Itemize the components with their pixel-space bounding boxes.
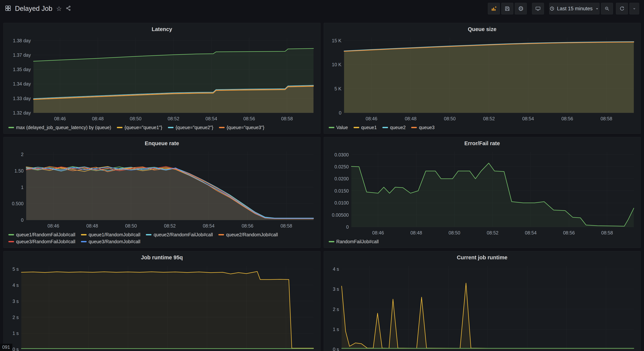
svg-text:0.0150: 0.0150 xyxy=(334,188,348,193)
star-icon[interactable]: ☆ xyxy=(56,6,62,12)
panel-job-runtime-95q: Job runtime 95q 0 s1 s2 s3 s4 s5 s08:460… xyxy=(3,251,320,351)
refresh-icon xyxy=(619,6,625,12)
svg-text:0.0250: 0.0250 xyxy=(334,164,348,169)
svg-text:08:58: 08:58 xyxy=(601,230,613,235)
svg-text:0 s: 0 s xyxy=(12,347,19,351)
svg-text:08:52: 08:52 xyxy=(168,116,180,121)
svg-text:08:50: 08:50 xyxy=(444,116,456,121)
error-fail-rate-chart[interactable]: 00.005000.01000.01500.02000.02500.030008… xyxy=(327,148,638,238)
legend-label: queue3 xyxy=(419,125,434,130)
legend-label: {queue="queue3"} xyxy=(227,125,264,130)
panel-title-latency[interactable]: Latency xyxy=(6,25,317,34)
legend-item[interactable]: queue1/RandomJob#call xyxy=(81,232,140,237)
chevron-down-icon xyxy=(595,6,599,11)
legend-swatch xyxy=(146,234,152,235)
svg-text:08:46: 08:46 xyxy=(366,116,377,121)
gear-icon: ⚙ xyxy=(518,6,524,12)
svg-text:2: 2 xyxy=(21,152,24,157)
svg-text:4 s: 4 s xyxy=(333,266,339,272)
legend-item[interactable]: {queue="queue2"} xyxy=(168,125,213,130)
legend-item[interactable]: queue1/RandomFailJob#call xyxy=(8,232,75,237)
legend-item[interactable]: Value xyxy=(329,125,348,130)
svg-text:1.33 day: 1.33 day xyxy=(13,96,31,101)
legend-item[interactable]: queue3/RandomFailJob#call xyxy=(8,239,75,244)
dashboard-title[interactable]: Delayed Job xyxy=(15,5,52,13)
svg-text:08:56: 08:56 xyxy=(243,116,255,121)
svg-text:08:54: 08:54 xyxy=(203,223,215,228)
legend-item[interactable]: queue3 xyxy=(411,125,434,130)
current-job-runtime-chart[interactable]: 0 s1 s2 s3 s4 s08:4608:4808:5008:5208:54… xyxy=(327,262,638,351)
svg-text:5 K: 5 K xyxy=(334,86,342,91)
svg-text:0 s: 0 s xyxy=(333,347,339,351)
legend-item[interactable]: RandomFailJob#call xyxy=(329,239,379,244)
svg-text:1.37 day: 1.37 day xyxy=(13,52,31,58)
svg-text:08:56: 08:56 xyxy=(561,116,573,121)
panel-title-queue-size[interactable]: Queue size xyxy=(327,25,638,34)
svg-text:08:56: 08:56 xyxy=(563,230,575,235)
legend-item[interactable]: queue2 xyxy=(382,125,406,130)
enqueue-rate-legend: queue1/RandomFailJob#callqueue1/RandomJo… xyxy=(6,231,317,247)
svg-text:1.38 day: 1.38 day xyxy=(13,38,31,43)
svg-text:08:56: 08:56 xyxy=(242,223,253,228)
svg-text:1.34 day: 1.34 day xyxy=(13,81,31,87)
svg-text:08:48: 08:48 xyxy=(86,223,98,228)
dashboard-header: Delayed Job ☆ ⚙ xyxy=(0,0,644,17)
latency-chart[interactable]: 1.32 day1.33 day1.34 day1.35 day1.37 day… xyxy=(6,34,317,124)
legend-swatch xyxy=(168,127,174,128)
svg-text:08:52: 08:52 xyxy=(483,116,495,121)
dashboard-settings-button[interactable]: ⚙ xyxy=(515,3,527,15)
cycle-view-mode-button[interactable] xyxy=(532,3,544,15)
refresh-button[interactable] xyxy=(616,3,628,15)
svg-text:08:48: 08:48 xyxy=(405,116,416,121)
share-icon[interactable] xyxy=(66,6,71,12)
legend-label: {queue="queue1"} xyxy=(124,125,162,130)
svg-text:3 s: 3 s xyxy=(333,286,339,292)
legend-item[interactable]: {queue="queue3"} xyxy=(219,125,264,130)
svg-text:08:46: 08:46 xyxy=(54,116,66,121)
panel-title-job-runtime-95q[interactable]: Job runtime 95q xyxy=(6,253,317,262)
enqueue-rate-chart[interactable]: 00.50011.50208:4608:4808:5008:5208:5408:… xyxy=(6,148,317,231)
chevron-down-icon xyxy=(632,6,636,11)
zoom-out-icon xyxy=(604,6,610,12)
legend-item[interactable]: {queue="queue1"} xyxy=(117,125,162,130)
time-range-label: Last 15 minutes xyxy=(557,6,592,12)
save-dashboard-button[interactable] xyxy=(501,3,513,15)
svg-text:08:48: 08:48 xyxy=(410,230,422,235)
legend-swatch xyxy=(411,127,417,128)
legend-swatch xyxy=(354,127,359,128)
legend-item[interactable]: queue2/RandomJob#call xyxy=(218,232,278,237)
legend-label: queue3/RandomJob#call xyxy=(89,239,140,244)
legend-swatch xyxy=(81,234,86,235)
svg-text:08:54: 08:54 xyxy=(522,116,534,121)
zoom-out-time-button[interactable] xyxy=(601,3,613,15)
legend-swatch xyxy=(329,241,334,242)
svg-text:2 s: 2 s xyxy=(333,307,339,312)
dashboards-grid-icon[interactable] xyxy=(5,5,11,12)
legend-swatch xyxy=(117,127,122,128)
panel-current-job-runtime: Current job runtime 0 s1 s2 s3 s4 s08:46… xyxy=(324,251,641,351)
svg-text:1 s: 1 s xyxy=(12,330,19,336)
panel-title-error-fail-rate[interactable]: Error/Fail rate xyxy=(327,139,638,148)
panel-title-current-job-runtime[interactable]: Current job runtime xyxy=(327,253,638,262)
dashboard-grid: Latency 1.32 day1.33 day1.34 day1.35 day… xyxy=(0,17,644,351)
legend-swatch xyxy=(382,127,388,128)
legend-item[interactable]: queue1 xyxy=(354,125,377,130)
svg-text:0.500: 0.500 xyxy=(12,201,24,206)
svg-text:08:58: 08:58 xyxy=(600,116,612,121)
svg-text:08:52: 08:52 xyxy=(487,230,498,235)
legend-item[interactable]: max (delayed_job_queue_latency) by (queu… xyxy=(8,125,111,130)
svg-text:1 s: 1 s xyxy=(333,327,339,332)
panel-title-enqueue-rate[interactable]: Enqueue rate xyxy=(6,139,317,148)
add-panel-button[interactable] xyxy=(488,3,500,15)
svg-text:08:46: 08:46 xyxy=(372,230,384,235)
refresh-interval-dropdown[interactable] xyxy=(630,3,639,15)
time-range-picker[interactable]: Last 15 minutes xyxy=(549,3,600,15)
legend-swatch xyxy=(219,127,224,128)
job-runtime-95q-chart[interactable]: 0 s1 s2 s3 s4 s5 s08:4608:4808:5008:5208… xyxy=(6,262,317,351)
legend-item[interactable]: queue2/RandomFailJob#call xyxy=(146,232,213,237)
panel-queue-size: Queue size 05 K10 K15 K08:4608:4808:5008… xyxy=(324,23,641,134)
svg-text:08:54: 08:54 xyxy=(525,230,537,235)
queue-size-chart[interactable]: 05 K10 K15 K08:4608:4808:5008:5208:5408:… xyxy=(327,34,638,124)
legend-swatch xyxy=(8,241,14,242)
legend-item[interactable]: queue3/RandomJob#call xyxy=(81,239,140,244)
